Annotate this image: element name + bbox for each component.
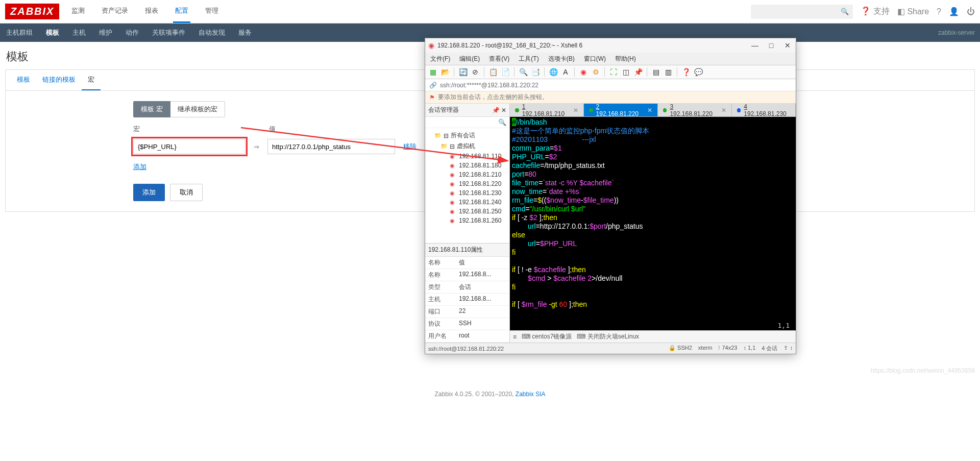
footer: Zabbix 4.0.25. © 2001–2020, Zabbix SIA <box>0 391 980 398</box>
toggle-inherited-macro[interactable]: 继承模板的宏 <box>170 101 225 117</box>
script-icon[interactable]: ⚙ <box>591 67 600 77</box>
new-session-icon[interactable]: ▦ <box>428 67 437 77</box>
hamburger-icon[interactable]: ≡ <box>513 333 517 341</box>
macro-value-input[interactable] <box>267 139 395 154</box>
disconnect-icon[interactable]: ⊘ <box>471 67 480 77</box>
addr-text[interactable]: ssh://root:******@192.168.81.220:22 <box>440 82 538 89</box>
compose-tab-2[interactable]: ⌨ 关闭防火墙seLinux <box>577 332 639 341</box>
tree-host-3[interactable]: ◉192.168.81.220 <box>425 179 509 188</box>
subnav-discovery[interactable]: 自动发现 <box>198 24 226 41</box>
tree-vm[interactable]: ⊟ 虚拟机 <box>425 141 509 152</box>
tree-host-2[interactable]: ◉192.168.81.210 <box>425 170 509 179</box>
reconnect-icon[interactable]: 🔄 <box>458 67 468 77</box>
label-macro: 宏 <box>133 125 246 134</box>
session-tree[interactable]: ⊟ 所有会话 ⊟ 虚拟机 ◉192.168.81.110 ◉192.168.81… <box>425 128 509 243</box>
term-tab-3[interactable]: 3 192.168.81.220✕ <box>658 104 732 116</box>
find-icon[interactable]: 🔍 <box>519 67 528 77</box>
term-tab-2[interactable]: 2 192.168.81.220✕ <box>584 104 658 116</box>
nav-admin[interactable]: 管理 <box>203 0 220 23</box>
tree-host-1[interactable]: ◉192.168.81.180 <box>425 161 509 170</box>
tree-host-5[interactable]: ◉192.168.81.240 <box>425 198 509 207</box>
search-input[interactable]: 🔍 <box>751 5 853 19</box>
macro-name-input[interactable] <box>133 139 246 154</box>
tree-host-6[interactable]: ◉192.168.81.250 <box>425 207 509 216</box>
cancel-button[interactable]: 取消 <box>170 184 203 201</box>
add-button[interactable]: 添加 <box>133 184 165 201</box>
xshell-toolbar: ▦ 📂 🔄 ⊘ 📋 📄 🔍 📑 🌐 A ◉ ⚙ ⛶ ◫ 📌 ▤ ▥ ❓ 💬 <box>425 65 796 79</box>
help-icon[interactable]: ? <box>937 7 941 16</box>
xshell-title-text: 192.168.81.220 - root@192_168_81_220:~ -… <box>437 42 582 49</box>
add-macro-link[interactable]: 添加 <box>133 162 146 172</box>
subnav-hostgroups[interactable]: 主机群组 <box>5 24 34 41</box>
maximize-icon[interactable]: □ <box>766 41 776 50</box>
user-icon[interactable]: 👤 <box>949 7 959 16</box>
tile-h-icon[interactable]: ▤ <box>651 67 660 77</box>
share-link[interactable]: ◧ Share <box>897 7 929 16</box>
tree-search-icon[interactable]: 🔍 <box>498 118 506 126</box>
open-icon[interactable]: 📂 <box>440 67 450 77</box>
copy-icon[interactable]: 📋 <box>488 67 498 77</box>
terminal[interactable]: #!/bin/bash #这是一个简单的监控php-fpm状态值的脚本 #202… <box>510 117 796 330</box>
tab-template[interactable]: 模板 <box>11 70 36 90</box>
xshell-titlebar[interactable]: ◉ 192.168.81.220 - root@192_168_81_220:~… <box>425 38 796 53</box>
close-icon[interactable]: ✕ <box>782 41 793 50</box>
tree-host-7[interactable]: ◉192.168.81.260 <box>425 216 509 225</box>
tab-macros[interactable]: 宏 <box>82 70 101 90</box>
pin-icon[interactable]: 📌 ✕ <box>492 107 506 114</box>
compose-tabs: ≡ ⌨ centos7镜像源 ⌨ 关闭防火墙seLinux <box>510 330 796 343</box>
menu-view[interactable]: 查看(V) <box>489 55 509 63</box>
minimize-icon[interactable]: — <box>750 41 760 50</box>
nav-inventory[interactable]: 资产记录 <box>100 0 130 23</box>
props-title: 192.168.81.110属性 <box>425 244 509 257</box>
term-tab-4[interactable]: 4 192.168.81.230 <box>732 104 796 116</box>
menu-edit[interactable]: 编辑(E) <box>459 55 480 63</box>
color-icon[interactable]: 🌐 <box>549 67 558 77</box>
zabbix-nav: 监测 资产记录 报表 配置 管理 <box>69 0 220 23</box>
menu-file[interactable]: 文件(F) <box>430 55 450 63</box>
power-icon[interactable]: ⏻ <box>967 7 975 16</box>
support-link[interactable]: ❓ 支持 <box>861 6 889 17</box>
status-size: ⁝ 74x23 <box>718 345 737 352</box>
font-icon[interactable]: A <box>561 67 570 77</box>
nav-reports[interactable]: 报表 <box>143 0 160 23</box>
tree-host-0[interactable]: ◉192.168.81.110 <box>425 152 509 161</box>
compose-tab-1[interactable]: ⌨ centos7镜像源 <box>522 332 572 341</box>
subnav-actions[interactable]: 动作 <box>125 24 140 41</box>
tree-host-4[interactable]: ◉192.168.81.230 <box>425 188 509 198</box>
transparent-icon[interactable]: ◫ <box>621 67 630 77</box>
arrow-icon: ⇒ <box>254 143 259 151</box>
menu-help[interactable]: 帮助(H) <box>615 55 636 63</box>
search-icon: 🔍 <box>841 8 849 15</box>
toggle-template-macro[interactable]: 模板 宏 <box>133 101 170 117</box>
subnav-services[interactable]: 服务 <box>237 24 253 41</box>
xshell-main: 1 192.168.81.210✕ 2 192.168.81.220✕ 3 19… <box>510 104 796 343</box>
nav-monitor[interactable]: 监测 <box>69 0 87 23</box>
xshell-window: ◉ 192.168.81.220 - root@192_168_81_220:~… <box>425 38 796 354</box>
tab-linked[interactable]: 链接的模板 <box>36 70 82 90</box>
record-icon[interactable]: ◉ <box>579 67 588 77</box>
compose-icon[interactable]: 💬 <box>694 67 703 77</box>
subnav-templates[interactable]: 模板 <box>45 24 60 41</box>
props-icon[interactable]: 📑 <box>531 67 540 77</box>
tile-v-icon[interactable]: ▥ <box>664 67 673 77</box>
subnav-correlation[interactable]: 关联项事件 <box>151 24 186 41</box>
zabbix-logo[interactable]: ZABBIX <box>5 4 59 19</box>
status-ssh: 🔒 SSH2 <box>669 345 692 352</box>
watermark: https://blog.csdn.net/weixin_44953658 <box>871 367 975 374</box>
menu-window[interactable]: 窗口(W) <box>584 55 606 63</box>
fullscreen-icon[interactable]: ⛶ <box>609 67 618 77</box>
help-icon[interactable]: ❓ <box>681 67 691 77</box>
subnav-maintenance[interactable]: 维护 <box>98 24 113 41</box>
tree-root[interactable]: ⊟ 所有会话 <box>425 130 509 141</box>
subnav-hosts[interactable]: 主机 <box>71 24 87 41</box>
status-caps: ⇪ ↕ <box>783 345 793 352</box>
menu-tools[interactable]: 工具(T) <box>519 55 538 63</box>
footer-link[interactable]: Zabbix SIA <box>516 391 546 398</box>
ontop-icon[interactable]: 📌 <box>633 67 643 77</box>
paste-icon[interactable]: 📄 <box>501 67 510 77</box>
term-tab-1[interactable]: 1 192.168.81.210✕ <box>510 104 584 116</box>
menu-tabs[interactable]: 选项卡(B) <box>548 55 575 63</box>
nav-config[interactable]: 配置 <box>173 0 190 23</box>
label-value: 值 <box>269 125 397 134</box>
remove-link[interactable]: 移除 <box>403 142 416 151</box>
